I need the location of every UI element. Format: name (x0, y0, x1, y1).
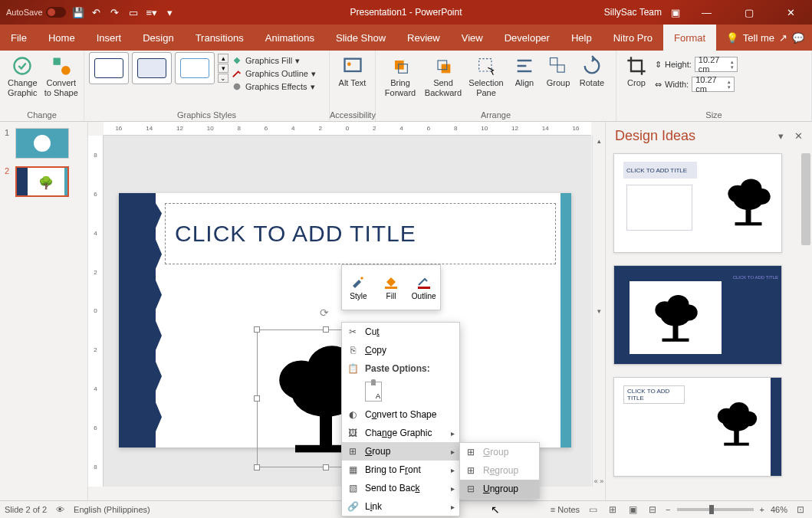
pane-options-icon[interactable]: ▾ (778, 130, 784, 142)
bring-forward-button[interactable]: Bring Forward (380, 52, 420, 98)
tab-view[interactable]: View (451, 25, 494, 51)
height-input[interactable]: 10.27 cm▴▾ (695, 57, 738, 72)
mini-outline-button[interactable]: Outline (407, 265, 440, 310)
ribbon-tabs: File Home Insert Design Transitions Anim… (0, 25, 812, 51)
sorter-view-icon[interactable]: ⊞ (606, 503, 620, 516)
design-scrollbar[interactable] (799, 150, 812, 500)
autosave-toggle[interactable]: AutoSave (6, 7, 66, 18)
mini-fill-button[interactable]: Fill (375, 265, 408, 310)
language-indicator[interactable]: English (Philippines) (74, 505, 150, 514)
tab-format[interactable]: Format (663, 25, 716, 51)
ruler-vertical: 864202468 (88, 136, 104, 487)
graphics-outline-button[interactable]: Graphics Outline▾ (232, 68, 316, 79)
graphics-effects-button[interactable]: Graphics Effects▾ (232, 81, 316, 92)
maximize-button[interactable]: ▢ (731, 0, 766, 25)
convert-shape-button[interactable]: Convert to Shape (44, 52, 80, 98)
minimize-button[interactable]: — (689, 0, 724, 25)
qat-more-icon[interactable]: ▾ (164, 6, 176, 18)
thumb-slide-2[interactable]: 2 🌳 (5, 166, 83, 197)
context-menu: ✂Cut ⎘Copy 📋Paste Options: A ◐Convert to… (341, 322, 460, 516)
selection-pane-button[interactable]: Selection Pane (466, 52, 506, 98)
selection-pane-icon (475, 55, 497, 77)
resize-handle[interactable] (323, 464, 329, 470)
ctx-paste-option-keep[interactable]: A (342, 378, 459, 405)
zoom-out-icon[interactable]: − (666, 505, 670, 514)
ribbon-display-icon[interactable]: ▣ (669, 6, 682, 18)
svg-point-2 (61, 66, 71, 75)
resize-handle[interactable] (323, 326, 329, 333)
ctx-copy[interactable]: ⎘Copy (342, 341, 459, 359)
tab-nitro[interactable]: Nitro Pro (603, 25, 663, 51)
zoom-level[interactable]: 46% (771, 505, 787, 514)
slideshow-view-icon[interactable]: ⊟ (646, 503, 659, 516)
group-icon: ⊞ (465, 446, 477, 458)
share-icon[interactable]: ↗ (779, 32, 787, 44)
group-button[interactable]: Group (543, 52, 574, 88)
graphics-fill-button[interactable]: Graphics Fill▾ (232, 55, 316, 66)
notes-button[interactable]: ≡ Notes (551, 505, 580, 514)
tab-home[interactable]: Home (38, 25, 86, 51)
graphics-styles-gallery[interactable]: ▴ ▾ ⌄ (89, 52, 228, 84)
reading-view-icon[interactable]: ▣ (626, 503, 639, 516)
tab-help[interactable]: Help (561, 25, 603, 51)
sub-ungroup[interactable]: ⊟Ungroup (460, 480, 539, 498)
ctx-group[interactable]: ⊞Group▸ (342, 442, 459, 461)
alt-text-button[interactable]: Alt Text (334, 52, 370, 88)
tab-developer[interactable]: Developer (494, 25, 561, 51)
resize-handle[interactable] (254, 464, 260, 470)
ctx-convert-shape[interactable]: ◐Convert to Shape (342, 405, 459, 424)
group-label-size: Size (616, 110, 811, 120)
ctx-link[interactable]: 🔗Link▸ (342, 497, 459, 516)
ctx-bring-front[interactable]: ▦Bring to Front▸ (342, 461, 459, 479)
crop-button[interactable]: Crop (621, 52, 652, 88)
svg-rect-11 (551, 58, 557, 65)
tell-me-search[interactable]: 💡 Tell me (726, 32, 774, 44)
present-icon[interactable]: ▭ (127, 6, 140, 18)
tab-design[interactable]: Design (132, 25, 184, 51)
fit-window-icon[interactable]: ⊡ (794, 503, 807, 516)
tab-file[interactable]: File (0, 25, 38, 51)
normal-view-icon[interactable]: ▭ (586, 503, 600, 516)
pane-close-icon[interactable]: ✕ (794, 130, 803, 142)
tab-animations[interactable]: Animations (255, 25, 325, 51)
align-button[interactable]: Align (509, 52, 540, 88)
ctx-send-back[interactable]: ▧Send to Back▸ (342, 479, 459, 497)
rotate-handle-icon[interactable]: ⟳ (320, 307, 332, 319)
close-button[interactable]: ✕ (774, 0, 808, 25)
thumb-slide-1[interactable]: 1 (5, 128, 83, 159)
tab-slideshow[interactable]: Slide Show (325, 25, 396, 51)
gallery-up-icon[interactable]: ▴ (218, 54, 228, 63)
gallery-down-icon[interactable]: ▾ (218, 64, 228, 73)
spell-check-icon[interactable]: 👁 (56, 505, 64, 514)
ctx-cut[interactable]: ✂Cut (342, 323, 459, 341)
save-icon[interactable]: 💾 (72, 6, 84, 18)
vertical-scrollbar[interactable]: ▴▾« » (592, 136, 605, 487)
mini-style-button[interactable]: Style (342, 265, 375, 310)
redo-icon[interactable]: ↷ (109, 6, 121, 18)
gallery-more-icon[interactable]: ⌄ (218, 74, 228, 83)
resize-handle[interactable] (254, 326, 260, 333)
ctx-change-graphic[interactable]: 🖼Change Graphic▸ (342, 424, 459, 442)
width-input[interactable]: 10.27 cm▴▾ (692, 77, 735, 92)
slide-indicator[interactable]: Slide 2 of 2 (5, 505, 47, 514)
resize-handle[interactable] (254, 395, 260, 402)
design-idea-2[interactable]: CLICK TO ADD TITLE (613, 265, 782, 365)
copy-icon: ⎘ (347, 344, 359, 356)
list-icon[interactable]: ≡▾ (146, 6, 158, 18)
svg-rect-10 (479, 59, 491, 71)
tab-transitions[interactable]: Transitions (185, 25, 255, 51)
change-graphic-button[interactable]: Change Graphic (5, 52, 41, 98)
undo-icon[interactable]: ↶ (90, 6, 103, 18)
design-idea-3[interactable]: CLICK TO ADD TITLE (613, 377, 782, 477)
tab-insert[interactable]: Insert (86, 25, 133, 51)
ruler-horizontal: 1614121086420246810121416 (104, 122, 591, 136)
comments-icon[interactable]: 💬 (792, 32, 804, 44)
tab-review[interactable]: Review (396, 25, 451, 51)
zoom-in-icon[interactable]: + (760, 505, 764, 514)
rotate-button[interactable]: Rotate (577, 52, 607, 88)
ribbon: Change Graphic Convert to Shape Change ▴… (0, 51, 812, 122)
send-backward-button[interactable]: Send Backward (423, 52, 463, 98)
title-placeholder[interactable]: CLICK TO ADD TITLE (165, 203, 556, 264)
design-idea-1[interactable]: CLICK TO ADD TITLE (613, 153, 782, 253)
zoom-slider[interactable] (677, 508, 754, 511)
